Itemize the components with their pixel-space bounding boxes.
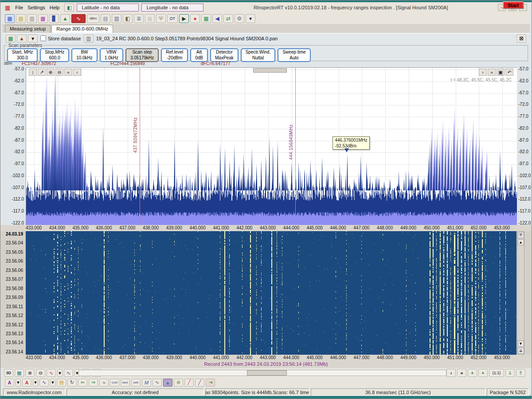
wav-player-button[interactable]: ∿ bbox=[71, 14, 86, 23]
sweep-direction-button[interactable]: ⇄ bbox=[223, 14, 233, 23]
scroll-top-fast-button[interactable]: ⇈ bbox=[518, 232, 524, 238]
noise-floor-button[interactable]: ∿ bbox=[153, 379, 162, 387]
chart-tool-button[interactable]: ▲ bbox=[17, 35, 27, 43]
scan-parameter-button[interactable]: Scan step 3.05179kHz bbox=[125, 48, 159, 62]
jump-up-button[interactable]: ⇑ bbox=[516, 369, 525, 377]
spectrum-canvas[interactable] bbox=[26, 68, 517, 225]
zoom-in-button[interactable]: ⊕ bbox=[25, 369, 35, 377]
panel-close-button[interactable]: ⊠ bbox=[516, 35, 526, 43]
zoom-in-button[interactable]: ⊕ bbox=[47, 69, 55, 76]
scroll-up-button[interactable]: ▲ bbox=[518, 239, 524, 245]
fit-vertical-button[interactable]: + bbox=[478, 369, 488, 377]
panels-layout-button[interactable]: ▦ bbox=[5, 14, 15, 23]
scroll-right-fast-button[interactable]: » bbox=[488, 69, 496, 76]
scroll-bottom-fast-button[interactable]: ⇊ bbox=[518, 348, 524, 354]
spectrum-hscroll-thumb[interactable] bbox=[253, 68, 287, 73]
edit-chart-button[interactable]: ≈ bbox=[99, 379, 109, 387]
zoom-out-button[interactable]: ⊖ bbox=[36, 369, 45, 377]
save-image-button[interactable]: ▦ bbox=[15, 369, 24, 377]
trace-a-report-button[interactable]: A bbox=[5, 379, 14, 387]
panorama-panel-button[interactable]: ▊ bbox=[49, 14, 59, 23]
store-database-checkbox[interactable] bbox=[40, 35, 46, 41]
audio-monitor-button[interactable]: ◀ bbox=[212, 14, 222, 23]
cursor-mode-button[interactable]: ↗ bbox=[38, 69, 46, 76]
page-last-button[interactable]: » bbox=[457, 369, 466, 377]
tab-range[interactable]: Range 300.0-600.0MHz bbox=[51, 25, 113, 33]
antenna-button[interactable]: Ψ bbox=[156, 14, 166, 23]
print-button[interactable]: ▥ bbox=[27, 14, 37, 23]
scan-parameter-button[interactable]: Att 0dB bbox=[190, 48, 208, 62]
gps-icon[interactable]: ◧ bbox=[64, 4, 74, 12]
trace-a-report-dropdown[interactable]: ▾ bbox=[16, 379, 21, 387]
one-to-one-button[interactable]: (1:1) bbox=[489, 369, 504, 377]
undo-zoom-button[interactable]: ↶ bbox=[505, 69, 513, 76]
tools-button[interactable]: ⚙ bbox=[235, 14, 244, 23]
dbm-units-button[interactable]: dBm bbox=[87, 14, 99, 23]
map-panel-button[interactable]: ▲ bbox=[60, 14, 70, 23]
menu-item[interactable]: Settings bbox=[25, 4, 47, 11]
scan-parameter-button[interactable]: Spectr.Wind. Nuttal bbox=[241, 48, 276, 62]
scan-parameter-button[interactable]: Sweep time Auto bbox=[278, 48, 310, 62]
max-trace-button[interactable]: MAX bbox=[121, 379, 130, 387]
scan-parameter-button[interactable]: BW 10.0kHz bbox=[71, 48, 98, 62]
spectrogram-view-button[interactable]: ▲ bbox=[163, 379, 172, 387]
spectrum-plot[interactable]: ↕↗⊕⊖«‹ ›»▣↶ t = 48.3C, 45.5C, 45.5C, 45.… bbox=[26, 67, 516, 225]
export-table-button[interactable]: ▦ bbox=[6, 35, 16, 43]
chart-tool-dropdown[interactable]: ▾ bbox=[28, 35, 38, 43]
scale-mode-dropdown[interactable]: ▾ bbox=[57, 369, 63, 377]
copy-panel-button[interactable]: ▤ bbox=[16, 14, 26, 23]
jump-down-button[interactable]: ⇓ bbox=[505, 369, 515, 377]
refresh-button[interactable]: ↻ bbox=[67, 379, 77, 387]
globe-button[interactable]: ⊚ bbox=[174, 379, 183, 387]
spectrogram-panel-button[interactable]: ▩ bbox=[38, 14, 48, 23]
start-button[interactable]: Start bbox=[503, 1, 524, 9]
waterfall-canvas[interactable] bbox=[26, 231, 516, 355]
database-view-button[interactable]: ▥ bbox=[112, 14, 121, 23]
export-db-button[interactable]: ⇐ bbox=[78, 379, 87, 387]
scroll-down-button[interactable]: ▼ bbox=[518, 341, 524, 347]
records-list-button[interactable]: ≣ bbox=[134, 14, 144, 23]
box-3d-button[interactable]: ◧ bbox=[123, 14, 133, 23]
chart-view-dropdown[interactable]: ▾ bbox=[50, 379, 55, 387]
page-next-button[interactable]: › bbox=[446, 369, 456, 377]
scale-mode-button[interactable]: ∿ bbox=[47, 369, 56, 377]
scroll-left-button[interactable]: ‹ bbox=[73, 69, 81, 76]
bottom-hscroll-thumb[interactable] bbox=[247, 370, 287, 376]
cursor-marker[interactable] bbox=[344, 148, 349, 152]
menu-item[interactable]: File bbox=[13, 4, 25, 11]
iq-grid-button[interactable]: ▦ bbox=[201, 14, 211, 23]
open-folder-button[interactable]: ▤ bbox=[57, 379, 66, 387]
record-button[interactable]: ● bbox=[190, 14, 200, 23]
menu-item[interactable]: Help bbox=[47, 4, 62, 11]
avr-trace-button[interactable]: AVR bbox=[131, 379, 141, 387]
cur-trace-button[interactable]: CUR bbox=[110, 379, 119, 387]
range-mode-button[interactable]: ∿ bbox=[64, 369, 73, 377]
view-3d-button[interactable]: 3D bbox=[4, 369, 13, 377]
scroll-right-button[interactable]: › bbox=[479, 69, 487, 76]
markers-list-button[interactable]: M bbox=[142, 379, 151, 387]
scan-parameter-button[interactable]: Ref.level -20dBm bbox=[161, 48, 188, 62]
fit-horizontal-button[interactable]: + bbox=[468, 369, 477, 377]
chart-view-button[interactable]: ∿ bbox=[39, 379, 49, 387]
fit-vertical-button[interactable]: ↕ bbox=[29, 69, 37, 76]
tab-measuring-setup[interactable]: Measuring setup bbox=[5, 25, 51, 33]
play-button[interactable]: ▶ bbox=[179, 14, 189, 23]
scan-parameter-button[interactable]: Detector MaxPeak bbox=[210, 48, 239, 62]
grid-toggle-button[interactable]: ▣ bbox=[497, 69, 505, 76]
pattern-button-disabled[interactable]: ▦ bbox=[145, 14, 155, 23]
tools-dropdown[interactable]: ▾ bbox=[246, 14, 255, 23]
scroll-left-fast-button[interactable]: « bbox=[64, 69, 72, 76]
font-marker-button[interactable]: A bbox=[22, 379, 31, 387]
zoom-out-button[interactable]: ⊖ bbox=[55, 69, 63, 76]
scan-parameter-button[interactable]: Stop,MHz 600.0 bbox=[40, 48, 69, 62]
dt-button[interactable]: DT bbox=[167, 14, 178, 23]
waterfall-scrollbar[interactable]: ⇈▲ ▼⇊ bbox=[517, 231, 524, 355]
edit-mask-button[interactable]: ╱ bbox=[184, 379, 194, 387]
exit-export-button[interactable]: ⇥ bbox=[206, 379, 215, 387]
edit-max-mask-button[interactable]: ╱ bbox=[195, 379, 204, 387]
calculator-button[interactable]: ▤ bbox=[101, 14, 110, 23]
scan-parameter-button[interactable]: Start, MHz 300.0 bbox=[7, 48, 38, 62]
font-marker-dropdown[interactable]: ▾ bbox=[33, 379, 38, 387]
import-db-button[interactable]: ⇒ bbox=[89, 379, 98, 387]
scan-parameter-button[interactable]: VBW 1.0kHz bbox=[100, 48, 123, 62]
